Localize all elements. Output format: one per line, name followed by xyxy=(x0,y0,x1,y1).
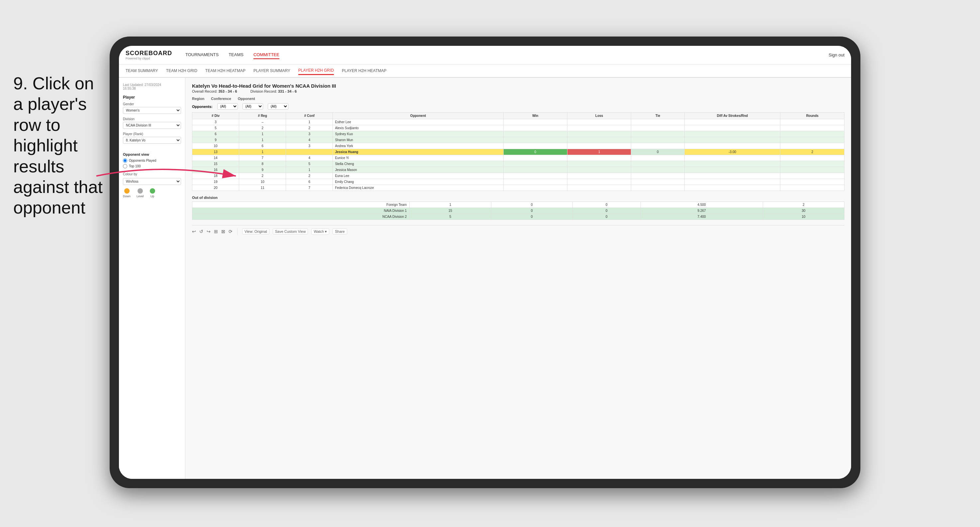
color-dots: Down Level Up xyxy=(123,188,181,198)
conference-filter-group: Conference xyxy=(211,97,231,101)
dot-level: Level xyxy=(137,188,144,198)
opponents-label: Opponents: xyxy=(192,105,213,109)
logo-text: SCOREBOARD xyxy=(126,50,172,57)
table-row[interactable]: 9 1 4 Sharon Mun xyxy=(192,137,845,143)
logo-area: SCOREBOARD Powered by clippd xyxy=(126,50,172,60)
col-win: Win xyxy=(503,113,567,119)
conference-filter-select[interactable]: (All) xyxy=(242,103,263,110)
watch-btn[interactable]: Watch ▾ xyxy=(311,229,329,235)
subnav-team-h2h-heatmap[interactable]: TEAM H2H HEATMAP xyxy=(205,67,245,75)
undo-btn[interactable]: ↩ xyxy=(192,229,196,234)
annotation-text: 9. Click on a player's row to highlight … xyxy=(13,73,103,218)
dot-down: Down xyxy=(123,188,130,198)
toolbar-separator xyxy=(237,228,237,235)
col-loss: Loss xyxy=(567,113,631,119)
table-row[interactable]: 10 6 3 Andrea York xyxy=(192,143,845,149)
table-row[interactable]: 3 – 1 Esther Lee xyxy=(192,119,845,125)
sub-nav: TEAM SUMMARY TEAM H2H GRID TEAM H2H HEAT… xyxy=(119,64,851,78)
panel-records: Overall Record: 353 - 34 - 6 Division Re… xyxy=(192,89,845,93)
col-tie: Tie xyxy=(631,113,684,119)
table-row[interactable]: 20 11 7 Federica Domecq Lacroze xyxy=(192,185,845,191)
subnav-player-h2h-heatmap[interactable]: PLAYER H2H HEATMAP xyxy=(342,67,387,75)
out-row-naia1[interactable]: NAIA Division 1 15 0 0 9.267 30 xyxy=(192,208,845,214)
col-opponent: Opponent xyxy=(333,113,503,119)
col-conf: # Conf xyxy=(286,113,333,119)
table-row[interactable]: 6 1 3 Sydney Kuo xyxy=(192,131,845,137)
out-row-foreign[interactable]: Foreign Team 1 0 0 4.500 2 xyxy=(192,202,845,208)
player-label: Player (Rank) xyxy=(123,132,181,136)
color-by-select[interactable]: Win/loss xyxy=(123,178,181,185)
out-row-ncaa2[interactable]: NCAA Division 2 5 0 0 7.400 10 xyxy=(192,214,845,220)
up-dot xyxy=(150,188,155,194)
table-row[interactable]: 14 7 4 Eunice Yi xyxy=(192,155,845,161)
tablet-frame: SCOREBOARD Powered by clippd TOURNAMENTS… xyxy=(110,37,861,488)
nav-teams[interactable]: TEAMS xyxy=(229,51,243,59)
right-panel: Katelyn Vo Head-to-Head Grid for Women's… xyxy=(185,78,851,479)
top-nav: SCOREBOARD Powered by clippd TOURNAMENTS… xyxy=(119,46,851,64)
subnav-team-summary[interactable]: TEAM SUMMARY xyxy=(126,67,158,75)
opponent-filter-select[interactable]: (All) xyxy=(268,103,288,110)
table-row[interactable]: 16 9 1 Jessica Mason xyxy=(192,167,845,173)
logo-sub: Powered by clippd xyxy=(126,57,172,60)
color-legend-label: Colour by xyxy=(123,172,181,176)
radio-top100[interactable]: Top 100 xyxy=(123,164,181,168)
sidebar-player-section: Player xyxy=(123,95,181,100)
h2h-table: # Div # Reg # Conf Opponent Win Loss Tie… xyxy=(192,112,845,191)
col-diff: Diff Av Strokes/Rnd xyxy=(684,113,780,119)
col-div: # Div xyxy=(192,113,239,119)
level-dot xyxy=(138,188,143,194)
nav-tournaments[interactable]: TOURNAMENTS xyxy=(185,51,219,59)
table-row-highlighted[interactable]: 13 1 Jessica Huang 0 1 0 -3.00 2 xyxy=(192,149,845,155)
forward-btn[interactable]: ↪ xyxy=(207,229,211,234)
gender-label: Gender xyxy=(123,102,181,106)
main-content: Last Updated: 27/03/2024 16:55:38 Player… xyxy=(119,78,851,479)
col-reg: # Reg xyxy=(239,113,286,119)
opponent-filter-group: Opponent xyxy=(238,97,255,101)
player-select[interactable]: 8. Katelyn Vo xyxy=(123,137,181,144)
sidebar: Last Updated: 27/03/2024 16:55:38 Player… xyxy=(119,78,185,479)
nav-items: TOURNAMENTS TEAMS COMMITTEE xyxy=(185,51,829,59)
sign-out-button[interactable]: Sign out xyxy=(829,52,845,57)
share-btn[interactable]: Share xyxy=(332,229,347,235)
color-legend: Colour by Win/loss Down Level xyxy=(123,172,181,198)
opponent-view-title: Opponent view xyxy=(123,152,181,156)
nav-committee[interactable]: COMMITTEE xyxy=(253,51,279,59)
out-of-division: Out of division Foreign Team 1 0 0 4.500… xyxy=(192,195,845,220)
subnav-player-h2h-grid[interactable]: PLAYER H2H GRID xyxy=(298,67,334,75)
subnav-team-h2h-grid[interactable]: TEAM H2H GRID xyxy=(166,67,197,75)
save-custom-btn[interactable]: Save Custom View xyxy=(273,229,308,235)
division-label: Division xyxy=(123,117,181,121)
tablet-screen: SCOREBOARD Powered by clippd TOURNAMENTS… xyxy=(119,46,851,479)
overall-record: Overall Record: 353 - 34 - 6 xyxy=(192,89,237,93)
division-record: Division Record: 331 - 34 - 6 xyxy=(250,89,297,93)
clear-btn[interactable]: ⊠ xyxy=(221,229,225,234)
panel-title: Katelyn Vo Head-to-Head Grid for Women's… xyxy=(192,83,845,89)
table-row[interactable]: 19 10 6 Emily Chang xyxy=(192,179,845,185)
out-of-division-table: Foreign Team 1 0 0 4.500 2 NAIA Division… xyxy=(192,202,845,220)
table-row[interactable]: 5 2 2 Alexis Sudjianto xyxy=(192,125,845,131)
view-original-btn[interactable]: View: Original xyxy=(242,229,269,235)
out-of-division-title: Out of division xyxy=(192,195,845,200)
col-rounds: Rounds xyxy=(780,113,845,119)
region-filter-group: Region xyxy=(192,97,204,101)
subnav-player-summary[interactable]: PLAYER SUMMARY xyxy=(253,67,290,75)
down-dot xyxy=(124,188,130,194)
redo-btn[interactable]: ↺ xyxy=(199,229,203,234)
region-select[interactable]: (All) xyxy=(217,103,238,110)
dot-up: Up xyxy=(150,188,155,198)
sidebar-timestamp: Last Updated: 27/03/2024 16:55:38 xyxy=(123,83,181,90)
table-row[interactable]: 18 2 2 Euna Lee xyxy=(192,173,845,179)
table-row[interactable]: 15 8 5 Stella Cheng xyxy=(192,161,845,167)
grid-btn[interactable]: ⊞ xyxy=(214,229,218,234)
refresh-btn[interactable]: ⟳ xyxy=(229,229,232,234)
division-select[interactable]: NCAA Division III xyxy=(123,122,181,129)
radio-opponents-played[interactable]: Opponents Played xyxy=(123,159,181,163)
gender-select[interactable]: Women's xyxy=(123,107,181,114)
